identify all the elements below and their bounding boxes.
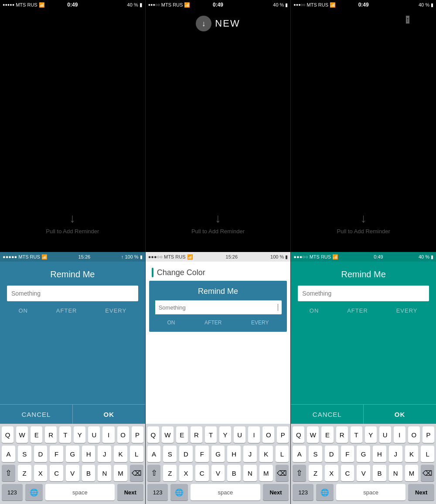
key-f[interactable]: F (195, 446, 209, 462)
key-j[interactable]: J (243, 446, 257, 462)
reminder-input-left[interactable] (11, 290, 134, 297)
key-x[interactable]: X (34, 465, 48, 481)
embedded-after[interactable]: AFTER (204, 320, 221, 326)
key-b[interactable]: B (373, 465, 386, 481)
key-g[interactable]: G (211, 446, 225, 462)
key-e[interactable]: E (176, 426, 188, 443)
new-circle-button[interactable]: ↓ (196, 16, 211, 31)
reminder-input-right[interactable] (302, 290, 425, 297)
key-l[interactable]: L (276, 446, 289, 462)
key-w[interactable]: W (162, 426, 174, 443)
time-option-on-right[interactable]: ON (310, 307, 319, 314)
key-o[interactable]: O (262, 426, 274, 443)
key-b[interactable]: B (227, 465, 241, 481)
key-t[interactable]: T (59, 426, 71, 443)
key-o[interactable]: O (117, 426, 129, 443)
key-l[interactable]: L (421, 446, 434, 462)
key-i[interactable]: I (248, 426, 260, 443)
time-option-on[interactable]: ON (18, 307, 28, 314)
key-backspace[interactable]: ⌫ (276, 465, 289, 481)
key-k[interactable]: K (259, 446, 273, 462)
key-y[interactable]: Y (74, 426, 85, 443)
key-h[interactable]: H (373, 446, 386, 462)
key-globe[interactable]: 🌐 (316, 484, 334, 501)
key-m[interactable]: M (405, 465, 419, 481)
key-r[interactable]: R (336, 426, 348, 443)
cancel-button-right[interactable]: CANCEL (291, 405, 364, 424)
key-l[interactable]: L (130, 446, 143, 462)
key-g[interactable]: G (66, 446, 79, 462)
key-u[interactable]: U (88, 426, 100, 443)
key-s[interactable]: S (18, 446, 31, 462)
time-option-every[interactable]: EVERY (105, 307, 126, 314)
key-b[interactable]: B (82, 465, 95, 481)
key-d[interactable]: D (325, 446, 338, 462)
key-x[interactable]: X (325, 465, 338, 481)
key-123[interactable]: 123 (147, 484, 168, 501)
key-q[interactable]: Q (147, 426, 159, 443)
key-z[interactable]: Z (18, 465, 31, 481)
key-backspace[interactable]: ⌫ (130, 465, 143, 481)
key-e[interactable]: E (31, 426, 42, 443)
cancel-button-left[interactable]: CANCEL (0, 405, 73, 424)
embedded-on[interactable]: ON (167, 320, 175, 326)
key-globe[interactable]: 🌐 (25, 484, 43, 501)
key-space[interactable]: space (191, 484, 260, 501)
key-u[interactable]: U (379, 426, 391, 443)
key-z[interactable]: Z (163, 465, 177, 481)
key-r[interactable]: R (191, 426, 202, 443)
key-x[interactable]: X (179, 465, 193, 481)
embedded-reminder-input[interactable] (159, 304, 278, 311)
time-option-after[interactable]: AFTER (56, 307, 77, 314)
key-r[interactable]: R (45, 426, 57, 443)
new-circle-up-button[interactable]: ↑ (406, 16, 409, 24)
reminder-input-container-left[interactable] (7, 286, 138, 301)
key-g[interactable]: G (357, 446, 370, 462)
key-p[interactable]: P (132, 426, 143, 443)
key-o[interactable]: O (408, 426, 420, 443)
key-a[interactable]: A (2, 446, 15, 462)
key-c[interactable]: C (341, 465, 354, 481)
key-t[interactable]: T (205, 426, 217, 443)
key-a[interactable]: A (147, 446, 161, 462)
next-button-left[interactable]: Next (117, 484, 143, 501)
key-123[interactable]: 123 (293, 484, 313, 501)
key-q[interactable]: Q (293, 426, 304, 443)
key-z[interactable]: Z (309, 465, 322, 481)
key-k[interactable]: K (405, 446, 419, 462)
key-j[interactable]: J (98, 446, 111, 462)
key-f[interactable]: F (341, 446, 354, 462)
time-option-after-right[interactable]: AFTER (347, 307, 368, 314)
key-t[interactable]: T (351, 426, 362, 443)
next-button-right[interactable]: Next (408, 484, 434, 501)
key-u[interactable]: U (234, 426, 245, 443)
key-space[interactable]: space (45, 484, 115, 501)
embedded-every[interactable]: EVERY (251, 320, 269, 326)
key-n[interactable]: N (389, 465, 402, 481)
key-p[interactable]: P (277, 426, 289, 443)
key-c[interactable]: C (50, 465, 63, 481)
key-space[interactable]: space (336, 484, 405, 501)
key-shift[interactable]: ⇧ (293, 465, 306, 481)
key-y[interactable]: Y (219, 426, 231, 443)
key-d[interactable]: D (179, 446, 193, 462)
key-v[interactable]: V (211, 465, 225, 481)
reminder-input-container-right[interactable] (298, 286, 429, 301)
key-shift[interactable]: ⇧ (2, 465, 15, 481)
key-m[interactable]: M (259, 465, 273, 481)
key-123[interactable]: 123 (2, 484, 23, 501)
key-s[interactable]: S (163, 446, 177, 462)
embedded-input-container[interactable] (154, 300, 282, 314)
key-n[interactable]: N (243, 465, 257, 481)
key-h[interactable]: H (82, 446, 95, 462)
key-h[interactable]: H (227, 446, 241, 462)
key-backspace[interactable]: ⌫ (421, 465, 434, 481)
key-k[interactable]: K (114, 446, 127, 462)
key-a[interactable]: A (293, 446, 306, 462)
key-s[interactable]: S (309, 446, 322, 462)
key-e[interactable]: E (321, 426, 333, 443)
key-m[interactable]: M (114, 465, 127, 481)
key-y[interactable]: Y (365, 426, 377, 443)
time-option-every-right[interactable]: EVERY (396, 307, 418, 314)
key-j[interactable]: J (389, 446, 402, 462)
